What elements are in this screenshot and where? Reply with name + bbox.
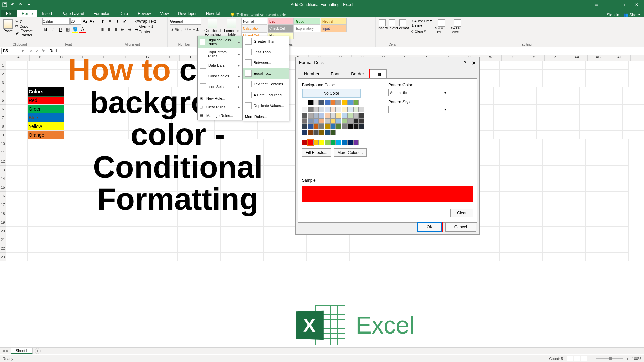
cell-H23[interactable] bbox=[156, 253, 178, 261]
color-swatch[interactable] bbox=[347, 107, 353, 112]
column-header-AB[interactable]: AB bbox=[588, 55, 609, 61]
row-header-17[interactable]: 17 bbox=[0, 200, 6, 209]
cell-C17[interactable] bbox=[49, 200, 70, 209]
cell-AA1[interactable] bbox=[564, 61, 586, 70]
cell-B21[interactable] bbox=[28, 235, 49, 244]
cell-A7[interactable] bbox=[6, 113, 28, 122]
column-header-Y[interactable]: Y bbox=[523, 55, 545, 61]
color-swatch[interactable] bbox=[336, 118, 341, 124]
cell-E6[interactable] bbox=[107, 105, 129, 113]
cell-J16[interactable] bbox=[199, 192, 221, 200]
column-header-Z[interactable]: Z bbox=[545, 55, 566, 61]
tab-home[interactable]: Home bbox=[17, 10, 37, 17]
currency-icon[interactable]: $ bbox=[170, 26, 174, 33]
cf-highlight-cells-rules[interactable]: Highlight Cells Rules▸ bbox=[198, 36, 242, 48]
cell-K18[interactable] bbox=[221, 209, 242, 218]
color-swatch[interactable] bbox=[342, 124, 347, 129]
cell-M18[interactable] bbox=[264, 209, 285, 218]
cell-H7[interactable] bbox=[172, 113, 193, 122]
cell-E9[interactable] bbox=[107, 131, 129, 139]
color-swatch[interactable] bbox=[330, 124, 336, 129]
cell-B2[interactable] bbox=[28, 70, 49, 78]
cell-R22[interactable] bbox=[371, 244, 392, 253]
cell-AB6[interactable] bbox=[601, 105, 623, 113]
cell-AB17[interactable] bbox=[586, 200, 607, 209]
cell-A6[interactable] bbox=[6, 105, 28, 113]
cell-F7[interactable] bbox=[129, 113, 150, 122]
cell-A5[interactable] bbox=[6, 96, 28, 105]
cell-A23[interactable] bbox=[6, 253, 28, 261]
cell-I23[interactable] bbox=[178, 253, 199, 261]
cell-Z13[interactable] bbox=[543, 166, 564, 174]
color-swatch[interactable] bbox=[325, 118, 330, 124]
color-swatch[interactable] bbox=[353, 124, 359, 129]
cell-F5[interactable] bbox=[129, 96, 150, 105]
cf-icon-sets[interactable]: Icon Sets▸ bbox=[198, 81, 242, 92]
cell-G2[interactable] bbox=[135, 70, 156, 78]
cell-B1[interactable] bbox=[28, 61, 49, 70]
cell-L19[interactable] bbox=[242, 218, 264, 227]
cell-M11[interactable] bbox=[264, 148, 285, 157]
cell-D16[interactable] bbox=[70, 192, 92, 200]
cell-E13[interactable] bbox=[92, 166, 113, 174]
cell-D4[interactable] bbox=[86, 87, 107, 96]
cell-AB15[interactable] bbox=[586, 183, 607, 192]
cell-Y4[interactable] bbox=[537, 87, 558, 96]
row-header-15[interactable]: 15 bbox=[0, 183, 6, 192]
cell-L11[interactable] bbox=[242, 148, 264, 157]
cell-AA20[interactable] bbox=[564, 227, 586, 235]
cell-I3[interactable] bbox=[178, 78, 199, 87]
zoom-level[interactable]: 100% bbox=[632, 357, 641, 361]
cell-T22[interactable] bbox=[414, 244, 435, 253]
cell-Y21[interactable] bbox=[521, 235, 543, 244]
cell-H2[interactable] bbox=[156, 70, 178, 78]
cell-B6[interactable]: Green bbox=[28, 105, 64, 113]
cell-W13[interactable] bbox=[478, 166, 500, 174]
column-header-C[interactable]: C bbox=[51, 55, 72, 61]
cell-A20[interactable] bbox=[6, 227, 28, 235]
color-swatch[interactable] bbox=[347, 124, 353, 129]
cell-X14[interactable] bbox=[500, 174, 521, 183]
tab-file[interactable]: File bbox=[1, 10, 17, 17]
font-size-input[interactable] bbox=[70, 18, 81, 25]
cell-A22[interactable] bbox=[6, 244, 28, 253]
cell-E4[interactable] bbox=[107, 87, 129, 96]
cell-AB2[interactable] bbox=[586, 70, 607, 78]
cell-F19[interactable] bbox=[113, 218, 135, 227]
cell-A15[interactable] bbox=[6, 183, 28, 192]
increase-font-icon[interactable]: A▴ bbox=[82, 18, 88, 25]
cell-AB22[interactable] bbox=[586, 244, 607, 253]
cell-D22[interactable] bbox=[70, 244, 92, 253]
color-swatch[interactable] bbox=[325, 100, 330, 105]
cell-B8[interactable]: Yellow bbox=[28, 122, 64, 131]
cell-AC7[interactable] bbox=[623, 113, 644, 122]
cell-W22[interactable] bbox=[478, 244, 500, 253]
zoom-in-button[interactable]: + bbox=[626, 357, 628, 361]
cell-K21[interactable] bbox=[221, 235, 242, 244]
cell-Y18[interactable] bbox=[521, 209, 543, 218]
cell-AA15[interactable] bbox=[564, 183, 586, 192]
row-header-8[interactable]: 8 bbox=[0, 122, 6, 131]
cell-Z9[interactable] bbox=[558, 131, 580, 139]
clear-fill-button[interactable]: Clear bbox=[450, 209, 473, 217]
page-break-view-button[interactable] bbox=[581, 356, 587, 361]
autosum-button[interactable]: Σ AutoSum ▾ bbox=[411, 19, 432, 23]
color-swatch[interactable] bbox=[302, 100, 307, 105]
cell-G11[interactable] bbox=[135, 148, 156, 157]
column-header-F[interactable]: F bbox=[115, 55, 137, 61]
row-header-4[interactable]: 4 bbox=[0, 87, 6, 96]
column-header-G[interactable]: G bbox=[137, 55, 158, 61]
cell-A17[interactable] bbox=[6, 200, 28, 209]
cell-B4[interactable]: Colors bbox=[28, 87, 64, 96]
color-swatch[interactable] bbox=[342, 140, 347, 145]
italic-button[interactable]: I bbox=[50, 26, 56, 33]
cell-Z15[interactable] bbox=[543, 183, 564, 192]
color-swatch[interactable] bbox=[302, 124, 307, 129]
cell-G21[interactable] bbox=[135, 235, 156, 244]
align-bottom-icon[interactable]: ⬇ bbox=[114, 18, 121, 25]
cell-U21[interactable] bbox=[435, 235, 457, 244]
cell-B11[interactable] bbox=[28, 148, 49, 157]
cell-Z21[interactable] bbox=[543, 235, 564, 244]
cell-D21[interactable] bbox=[70, 235, 92, 244]
cell-A16[interactable] bbox=[6, 192, 28, 200]
